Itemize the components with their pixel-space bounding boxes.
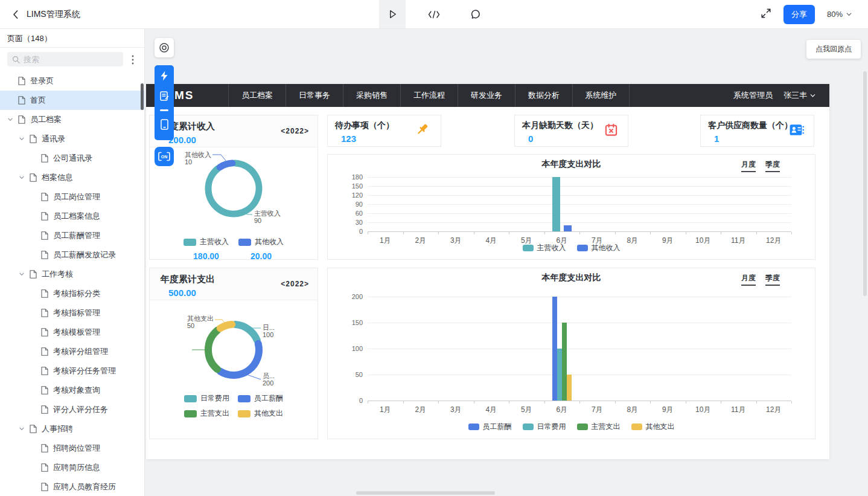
sidebar-item[interactable]: 应聘简历信息: [0, 458, 144, 477]
legend-swatch: [183, 239, 196, 246]
dashboard-menu-item[interactable]: 员工档案: [228, 84, 286, 107]
reset-to-origin-button[interactable]: 点我回原点: [806, 40, 861, 59]
legend-label: 其他支出: [254, 408, 283, 419]
search-box[interactable]: [7, 52, 123, 66]
period-tab[interactable]: 季度: [765, 159, 780, 172]
dashboard-menu-item[interactable]: 日常事务: [286, 84, 343, 107]
canvas-vertical-scrollbar[interactable]: [863, 71, 867, 296]
dashboard-menu-item[interactable]: 系统维护: [572, 84, 630, 107]
locate-target-button[interactable]: [155, 38, 174, 57]
sidebar-item[interactable]: 公司通讯录: [0, 149, 144, 168]
x-axis-tick: [474, 401, 474, 404]
slice-label: 其他支出: [187, 315, 214, 322]
legend-label: 日常费用: [200, 393, 229, 404]
chevron-down-icon[interactable]: [19, 426, 30, 432]
sidebar-item[interactable]: 员工档案信息: [0, 207, 144, 226]
sidebar-search-row: [0, 52, 144, 68]
on-switch-icon: ON: [158, 152, 170, 161]
dashboard-menu-item[interactable]: 数据分析: [515, 84, 572, 107]
sidebar-item[interactable]: 档案信息: [0, 168, 144, 187]
search-input[interactable]: [24, 55, 114, 64]
legend-item[interactable]: 员工薪酬: [468, 422, 512, 432]
sidebar-item[interactable]: 人事招聘: [0, 419, 144, 439]
sidebar-item[interactable]: 员工薪酬发放记录: [0, 245, 144, 265]
sidebar-item[interactable]: 考核评分任务管理: [0, 361, 144, 381]
page-file-icon: [30, 173, 42, 182]
x-axis-tick: [650, 401, 651, 404]
legend-item[interactable]: 主营收入: [183, 237, 229, 247]
dashboard-menu-item[interactable]: 工作流程: [400, 84, 458, 107]
chat-button[interactable]: [462, 0, 489, 28]
quick-action-lightning-button[interactable]: [155, 65, 174, 86]
dashboard-menu-item[interactable]: 研发业务: [458, 84, 515, 107]
legend-item[interactable]: 日常费用: [184, 393, 229, 404]
period-tab[interactable]: 月度: [741, 273, 756, 286]
sidebar-item[interactable]: 员工岗位管理: [0, 187, 144, 207]
code-view-button[interactable]: [421, 0, 447, 28]
share-button[interactable]: 分享: [783, 5, 815, 24]
x-tick-label: 4月: [478, 405, 505, 415]
legend-item[interactable]: 主营支出: [184, 408, 229, 419]
income-year-selector[interactable]: <2022>: [281, 127, 309, 135]
income-total-value: 200.00: [161, 135, 309, 145]
fullscreen-expand-icon[interactable]: [761, 8, 771, 21]
y-tick-label: 50: [328, 371, 363, 378]
back-icon[interactable]: [10, 8, 22, 21]
donut-slice: [208, 330, 217, 369]
expense-bar-chart-panel: 本年度支出对比月度季度0501001502001月2月3月4月5月6月7月8月9…: [327, 268, 815, 439]
dashboard-menu-item[interactable]: 采购销售: [343, 84, 400, 107]
sidebar-item[interactable]: 招聘岗位管理: [0, 439, 144, 458]
sidebar-item-selected[interactable]: 首页: [0, 91, 144, 110]
page-file-icon: [18, 77, 30, 85]
sidebar-item[interactable]: 工作考核: [0, 265, 144, 284]
preview-play-button[interactable]: [379, 0, 406, 28]
legend-item[interactable]: 员工薪酬: [238, 393, 283, 404]
toggle-on-button[interactable]: ON: [155, 147, 174, 166]
period-tab[interactable]: 季度: [765, 273, 780, 286]
sidebar-more-icon[interactable]: [126, 53, 139, 66]
sidebar-item[interactable]: 评分人评分任务: [0, 400, 144, 419]
sidebar-item-label: 员工岗位管理: [53, 192, 100, 202]
chevron-down-icon[interactable]: [19, 271, 30, 277]
page-file-icon: [41, 483, 53, 491]
sidebar-item[interactable]: 通讯录: [0, 129, 144, 149]
legend-item[interactable]: 主营支出: [577, 422, 621, 432]
legend-label: 员工薪酬: [483, 422, 512, 432]
app-root: LIMS管理系统 分享 80% 页面（148）: [0, 0, 868, 496]
legend-item[interactable]: 日常费用: [523, 422, 566, 432]
x-tick-label: 12月: [761, 405, 787, 415]
page-file-icon: [41, 193, 53, 201]
expense-total-value: 500.00: [161, 288, 309, 298]
bar-主营收入: [552, 177, 560, 231]
sidebar-item[interactable]: 员工薪酬管理: [0, 226, 144, 245]
zoom-level-dropdown[interactable]: 80%: [827, 10, 852, 19]
period-tabs: 月度季度: [741, 159, 780, 172]
legend-item[interactable]: 其他收入: [238, 237, 284, 247]
canvas-horizontal-scrollbar[interactable]: [356, 491, 495, 495]
chevron-down-icon[interactable]: [19, 136, 30, 142]
sidebar-item[interactable]: 考核指标分类: [0, 284, 144, 303]
legend-item[interactable]: 其他收入: [577, 243, 621, 253]
contact-card-icon: [789, 123, 804, 139]
sidebar-item[interactable]: 应聘人员教育经历: [0, 477, 144, 496]
x-axis-tick: [403, 401, 404, 404]
sidebar-item[interactable]: 考核评分组管理: [0, 342, 144, 361]
chevron-down-icon[interactable]: [19, 175, 30, 181]
expense-year-selector[interactable]: <2022>: [281, 280, 309, 288]
sidebar-item[interactable]: 考核指标管理: [0, 303, 144, 323]
sidebar-item[interactable]: 考核对象查询: [0, 381, 144, 400]
form-document-button[interactable]: [155, 86, 174, 106]
sidebar-item[interactable]: 员工档案: [0, 110, 144, 129]
user-menu[interactable]: 张三丰: [783, 90, 816, 101]
legend-item[interactable]: 其他支出: [631, 422, 675, 432]
sidebar-scrollbar[interactable]: [141, 83, 144, 110]
period-tab[interactable]: 月度: [741, 159, 756, 172]
mobile-preview-button[interactable]: [155, 114, 174, 135]
donut-legend: 日常费用员工薪酬主营支出其他支出: [150, 393, 318, 419]
legend-item[interactable]: 主营收入: [523, 243, 566, 253]
sidebar-item[interactable]: 考核模板管理: [0, 323, 144, 342]
chevron-down-icon[interactable]: [7, 117, 18, 123]
legend-item[interactable]: 其他支出: [238, 408, 283, 419]
sidebar-item[interactable]: 登录页: [0, 71, 144, 91]
y-tick-label: 0: [328, 397, 363, 404]
